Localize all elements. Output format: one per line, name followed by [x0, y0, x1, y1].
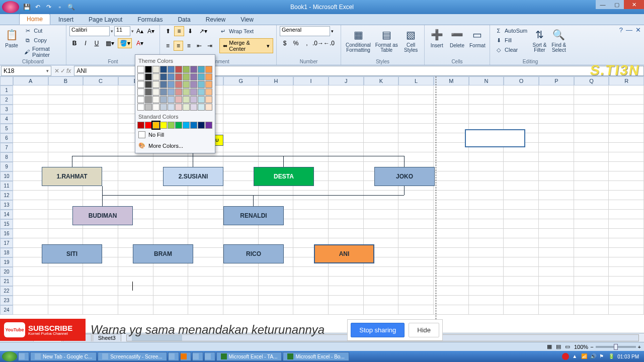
cell[interactable] [469, 305, 504, 315]
shape-ani[interactable]: ANI [314, 244, 374, 263]
cell[interactable] [329, 85, 364, 95]
cell[interactable] [574, 200, 609, 210]
cell[interactable] [434, 95, 469, 105]
row-header[interactable]: 18 [0, 248, 13, 257]
tab-insert[interactable]: Insert [51, 15, 80, 25]
fill-color-button[interactable]: 🪣▾ [118, 38, 132, 48]
shape-joko[interactable]: JOKO [374, 167, 435, 186]
cell[interactable] [83, 152, 118, 162]
color-swatch[interactable] [160, 66, 167, 73]
cell[interactable] [574, 219, 609, 229]
cell[interactable] [504, 133, 539, 143]
cell[interactable] [398, 124, 434, 133]
align-middle-icon[interactable]: ≡ [174, 26, 184, 36]
taskbar-excel-1[interactable]: Microsoft Excel - TA... [216, 352, 282, 361]
shape-desta[interactable]: DESTA [254, 167, 314, 186]
cell[interactable] [609, 171, 644, 181]
cell[interactable] [329, 171, 364, 181]
cell[interactable] [293, 191, 329, 200]
cell[interactable] [83, 133, 118, 143]
more-colors-item[interactable]: 🎨More Colors... [137, 140, 213, 151]
clear-button[interactable]: ◇Clear [493, 45, 529, 54]
percent-icon[interactable]: % [291, 38, 301, 48]
grow-font-icon[interactable]: A▴ [135, 26, 145, 36]
color-swatch[interactable] [175, 81, 182, 88]
cell[interactable] [504, 267, 539, 277]
cell[interactable] [609, 238, 644, 248]
color-swatch[interactable] [145, 96, 152, 103]
cell[interactable] [293, 95, 329, 105]
zoom-out-icon[interactable]: − [590, 344, 593, 350]
cell[interactable] [329, 296, 364, 305]
cell[interactable] [574, 124, 609, 133]
cell[interactable] [188, 296, 223, 305]
row-header[interactable]: 5 [0, 124, 13, 133]
cell[interactable] [398, 152, 434, 162]
color-swatch[interactable] [205, 104, 212, 111]
cell[interactable] [609, 296, 644, 305]
color-swatch[interactable] [183, 81, 190, 88]
cell[interactable] [398, 219, 434, 229]
cell[interactable] [398, 267, 434, 277]
cell[interactable] [259, 286, 294, 296]
taskbar-chrome-1[interactable]: New Tab - Google C... [30, 352, 97, 361]
cell[interactable] [364, 296, 399, 305]
cell[interactable] [539, 248, 574, 257]
align-bottom-icon[interactable]: ⬇ [185, 26, 195, 36]
row-header[interactable]: 4 [0, 114, 13, 124]
color-swatch[interactable] [152, 66, 159, 73]
cell[interactable] [118, 296, 153, 305]
orientation-icon[interactable]: ↗▾ [196, 26, 210, 36]
cell[interactable] [329, 210, 364, 219]
cell[interactable] [48, 114, 84, 124]
no-fill-item[interactable]: No Fill [137, 129, 213, 140]
minimize-button[interactable]: — [596, 0, 610, 9]
cell[interactable] [504, 152, 539, 162]
cell[interactable] [13, 95, 48, 105]
cell[interactable] [469, 296, 504, 305]
align-left-icon[interactable]: ≡ [163, 41, 173, 51]
cell[interactable] [609, 133, 644, 143]
cell[interactable] [118, 277, 153, 286]
cell[interactable] [329, 124, 364, 133]
color-swatch[interactable] [175, 122, 182, 129]
cell[interactable] [83, 95, 118, 105]
cell[interactable] [469, 152, 504, 162]
cell[interactable] [539, 191, 574, 200]
redo-icon[interactable]: ↷ [44, 3, 53, 12]
cell[interactable] [398, 296, 434, 305]
cell[interactable] [48, 296, 84, 305]
battery-icon[interactable]: 🔋 [608, 353, 614, 359]
color-swatch[interactable] [168, 66, 175, 73]
column-header[interactable]: M [434, 76, 469, 85]
cell[interactable] [188, 286, 223, 296]
cell[interactable] [293, 200, 329, 210]
color-swatch[interactable] [183, 104, 190, 111]
copy-button[interactable]: ⧉Copy [22, 36, 63, 45]
cell[interactable] [609, 305, 644, 315]
cell[interactable] [259, 296, 294, 305]
cell[interactable] [329, 181, 364, 191]
fx-icon[interactable]: fx [66, 67, 71, 74]
cell[interactable] [48, 267, 84, 277]
cell[interactable] [574, 296, 609, 305]
view-break-icon[interactable]: ▭ [565, 343, 570, 350]
cell[interactable] [434, 229, 469, 238]
column-header[interactable]: I [293, 76, 329, 85]
cell[interactable] [259, 152, 294, 162]
cell[interactable] [574, 257, 609, 267]
color-swatch[interactable] [168, 73, 175, 80]
cell[interactable] [398, 200, 434, 210]
color-swatch[interactable] [183, 73, 190, 80]
cell[interactable] [329, 133, 364, 143]
cell[interactable] [153, 305, 189, 315]
cell[interactable] [434, 248, 469, 257]
cell[interactable] [223, 191, 259, 200]
cell[interactable] [293, 267, 329, 277]
cell[interactable] [609, 248, 644, 257]
row-header[interactable]: 15 [0, 219, 13, 229]
start-button[interactable] [2, 351, 17, 361]
cell[interactable] [609, 257, 644, 267]
cell[interactable] [48, 95, 84, 105]
cell[interactable] [188, 219, 223, 229]
